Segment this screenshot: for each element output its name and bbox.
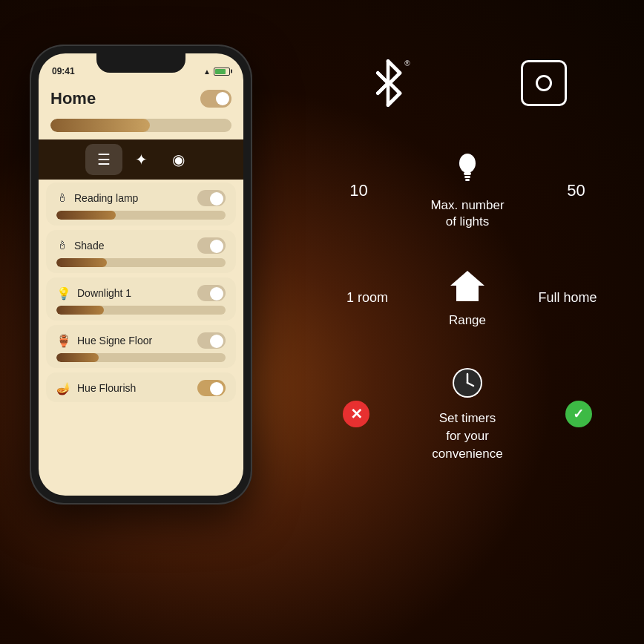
bridge-block — [521, 60, 567, 106]
svg-rect-3 — [464, 172, 471, 175]
brightness-bar[interactable] — [50, 119, 231, 132]
slider-fill — [56, 306, 104, 315]
svg-rect-4 — [464, 176, 470, 178]
phone-container: 09:41 ▲ Home — [30, 45, 260, 623]
slider-fill — [56, 211, 116, 220]
registered-mark: ® — [404, 59, 410, 68]
light-item-header: 💡 Downlight 1 — [56, 285, 226, 301]
bridge-inner — [536, 75, 552, 91]
bluetooth-icon: ® — [369, 59, 407, 107]
status-time: 09:41 — [52, 66, 75, 76]
clock-icon — [450, 365, 485, 404]
max-lights-label: Max. number of lights — [430, 197, 504, 230]
svg-marker-6 — [450, 271, 484, 301]
phone-notch — [96, 53, 185, 73]
light-slider[interactable] — [56, 306, 226, 315]
light-item-left: 🪔 Hue Flourish — [56, 381, 136, 395]
list-item: 🕯 Shade — [46, 230, 236, 273]
signal-icon: ▲ — [203, 68, 211, 76]
light-slider[interactable] — [56, 353, 226, 362]
light-name: Downlight 1 — [77, 287, 131, 299]
slider-fill — [56, 258, 107, 267]
light-name: Hue Flourish — [77, 382, 136, 394]
toggle-knob — [216, 92, 229, 105]
light-item-header: 🕯 Reading lamp — [56, 190, 226, 206]
light-item-header: 🪔 Hue Flourish — [56, 380, 226, 396]
brightness-fill — [50, 119, 150, 132]
max-lights-row: 10 Max. number of lights 50 — [312, 151, 623, 230]
light-toggle[interactable] — [197, 285, 226, 301]
max-lights-block: Max. number of lights — [430, 151, 504, 230]
home-toggle[interactable] — [200, 90, 231, 108]
tab-scenes[interactable]: ✦ — [122, 144, 160, 175]
tab-list[interactable]: ☰ — [85, 144, 122, 175]
timer-no-icon: ✕ — [343, 401, 369, 427]
range-block: Range — [449, 267, 486, 328]
range-row: 1 room Range Full home — [312, 267, 623, 328]
home-icon — [449, 267, 486, 307]
timer-label: Set timers for your convenience — [432, 410, 502, 462]
list-item: 🕯 Reading lamp — [46, 183, 236, 226]
toggle-knob — [210, 382, 223, 395]
light-toggle[interactable] — [197, 380, 226, 396]
bluetooth-block: ® — [369, 59, 407, 107]
light-name: Shade — [74, 240, 104, 252]
light-name: Reading lamp — [74, 192, 138, 204]
light-item-left: 🏺 Hue Signe Floor — [56, 334, 152, 348]
light-slider[interactable] — [56, 258, 226, 267]
light-item-left: 💡 Downlight 1 — [56, 286, 131, 300]
light-toggle[interactable] — [197, 190, 226, 206]
phone-screen: 09:41 ▲ Home — [39, 53, 243, 496]
light-name: Hue Signe Floor — [77, 335, 152, 346]
list-item: 🪔 Hue Flourish — [46, 372, 236, 402]
light-icon: 🏺 — [56, 334, 71, 348]
range-min-label: 1 room — [338, 290, 397, 306]
light-item-left: 🕯 Shade — [56, 239, 104, 252]
toggle-knob — [210, 240, 223, 253]
timer-row: ✕ Set timers for your convenience ✓ — [312, 365, 623, 462]
toggle-knob — [210, 192, 223, 206]
timer-yes-icon: ✓ — [565, 401, 592, 427]
light-item-header: 🏺 Hue Signe Floor — [56, 332, 226, 349]
range-max-label: Full home — [538, 290, 597, 306]
svg-point-2 — [459, 154, 476, 173]
light-item-header: 🕯 Shade — [56, 237, 226, 254]
light-list: 🕯 Reading lamp 🕯 — [39, 178, 243, 496]
min-lights-value: 10 — [336, 181, 381, 200]
tab-bar: ☰ ✦ ◉ — [39, 139, 243, 180]
battery-icon — [214, 68, 230, 76]
timer-block: Set timers for your convenience — [432, 365, 502, 462]
svg-rect-5 — [465, 179, 470, 181]
status-right: ▲ — [203, 68, 230, 76]
battery-tip — [231, 70, 232, 73]
app-header: Home — [39, 85, 243, 114]
toggle-knob — [210, 335, 223, 348]
bridge-icon — [521, 60, 567, 106]
light-icon: 🪔 — [56, 381, 71, 395]
tab-color[interactable]: ◉ — [160, 144, 197, 175]
list-item: 💡 Downlight 1 — [46, 277, 236, 321]
info-panel: ® 10 — [312, 59, 623, 623]
toggle-knob — [210, 287, 223, 300]
app-title: Home — [50, 89, 96, 108]
light-icon: 💡 — [56, 286, 71, 300]
slider-fill — [56, 353, 99, 362]
phone-outer: 09:41 ▲ Home — [30, 45, 252, 505]
max-lights-value: 50 — [554, 181, 599, 200]
light-toggle[interactable] — [197, 332, 226, 349]
light-slider[interactable] — [56, 211, 226, 220]
bluetooth-svg — [369, 59, 407, 107]
bulb-icon — [457, 151, 478, 190]
light-toggle[interactable] — [197, 237, 226, 254]
battery-fill — [215, 69, 226, 74]
top-icons-row: ® — [312, 59, 623, 107]
light-item-left: 🕯 Reading lamp — [56, 191, 138, 205]
list-item: 🏺 Hue Signe Floor — [46, 325, 236, 368]
light-icon: 🕯 — [56, 239, 68, 252]
light-icon: 🕯 — [56, 191, 68, 205]
range-label: Range — [449, 313, 486, 328]
